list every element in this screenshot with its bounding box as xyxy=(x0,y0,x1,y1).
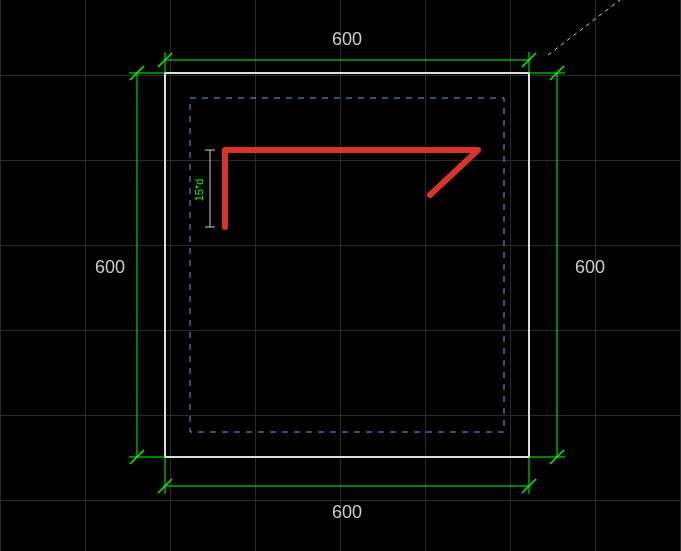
dimension-top-value: 600 xyxy=(332,29,362,49)
dimension-left: 600 xyxy=(95,66,165,464)
dimension-right: 600 xyxy=(529,66,605,464)
rebar-shape xyxy=(225,150,478,227)
dimension-bottom: 600 xyxy=(158,457,536,522)
dimension-right-value: 600 xyxy=(575,257,605,277)
leader-line xyxy=(548,0,620,55)
rebar-length-annotation: 15*d xyxy=(193,150,215,227)
dimension-bottom-value: 600 xyxy=(332,502,362,522)
dimension-top: 600 xyxy=(158,29,536,73)
cad-drawing: 15*d 600 600 600 600 xyxy=(0,0,681,551)
rebar-length-text: 15*d xyxy=(193,179,205,202)
dimension-left-value: 600 xyxy=(95,257,125,277)
outer-section-box xyxy=(165,73,529,457)
